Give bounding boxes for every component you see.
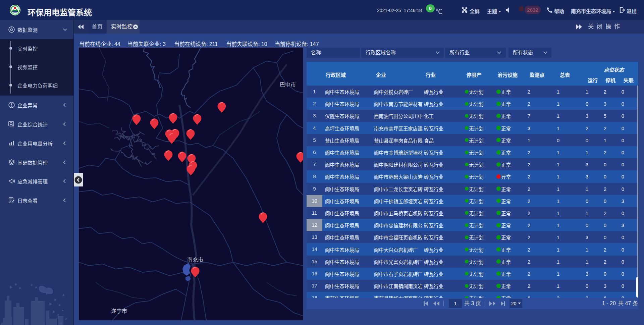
svg-text:遂宁市: 遂宁市 [111,308,127,314]
svg-text:巴中市: 巴中市 [280,82,296,88]
svg-text:南充市: 南充市 [187,257,203,263]
